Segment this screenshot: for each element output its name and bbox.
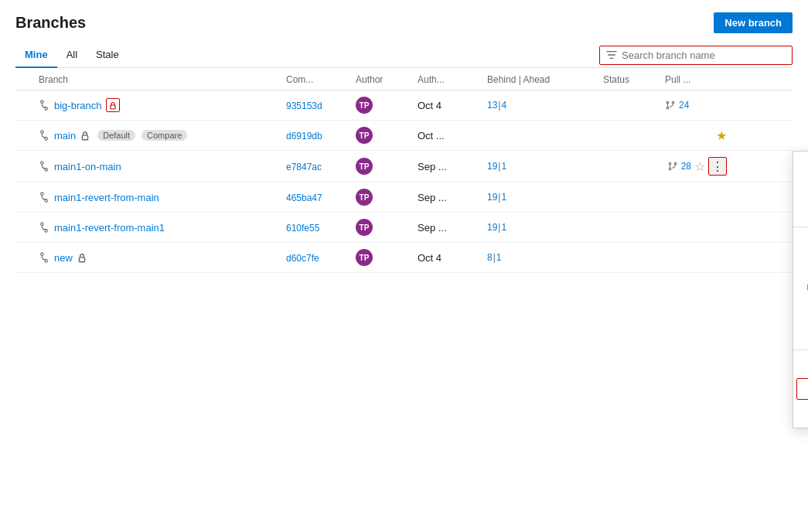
author-cell: TP <box>356 219 418 236</box>
col-branch: Branch <box>39 74 286 85</box>
branch-name-link[interactable]: main1-on-main <box>54 161 121 172</box>
compare-badge[interactable]: Compare <box>141 130 187 141</box>
branch-row-main1-revert-from-main1: main1-revert-from-main1 610fe55 TP Sep .… <box>15 213 793 243</box>
author-cell: TP <box>356 249 418 266</box>
ahead-link[interactable]: 1 <box>496 252 502 263</box>
svg-point-28 <box>41 223 44 226</box>
commit-link[interactable]: 465ba47 <box>286 193 322 203</box>
svg-point-5 <box>672 101 674 104</box>
lock-icon <box>80 131 90 141</box>
col-pull: Pull ... <box>665 74 727 85</box>
menu-item-set-default-branch[interactable]: Set as default branch <box>793 323 808 346</box>
branch-icon <box>39 161 49 172</box>
pull-request-icon <box>667 161 678 172</box>
commit-link[interactable]: d6919db <box>286 131 322 142</box>
table-header: Branch Com... Author Auth... Behind | Ah… <box>15 68 793 90</box>
menu-item-view-history[interactable]: View history <box>793 254 808 277</box>
tab-mine[interactable]: Mine <box>15 43 57 68</box>
svg-point-0 <box>41 101 44 104</box>
date-cell: Oct 4 <box>418 100 487 111</box>
search-input[interactable] <box>622 49 786 61</box>
menu-item-branch-security[interactable]: Branch security <box>793 401 808 425</box>
commit-link[interactable]: 610fe55 <box>286 223 319 234</box>
menu-item-lock[interactable]: Lock <box>793 353 808 377</box>
menu-item-new-branch[interactable]: + New branch <box>793 155 808 177</box>
menu-item-branch-policies[interactable]: Branch policies <box>796 378 808 400</box>
branch-icon <box>39 222 49 233</box>
menu-item-delete-branch[interactable]: Delete branch <box>793 200 808 223</box>
commit-cell: d60c7fe <box>286 252 356 264</box>
ahead-link[interactable]: 1 <box>501 161 506 172</box>
branch-row-main: main Default Compare d6919db TP Oct ... … <box>15 121 793 151</box>
menu-item-compare-branches[interactable]: Compare branches <box>793 277 808 300</box>
branch-name-cell: new <box>39 252 286 264</box>
ahead-link[interactable]: 1 <box>501 222 506 233</box>
default-badge: Default <box>97 130 135 141</box>
lock-icon <box>77 253 87 263</box>
table-row: new d60c7fe TP Oct 4 8 | 1 <box>15 243 793 273</box>
col-commit: Com... <box>286 74 356 85</box>
commit-link[interactable]: e7847ac <box>286 162 322 172</box>
behind-link[interactable]: 13 <box>487 100 497 111</box>
page-title: Branches <box>15 14 86 32</box>
svg-point-3 <box>667 101 669 104</box>
behind-ahead-cell: 19 | 1 <box>487 222 603 233</box>
date-cell: Sep ... <box>418 222 487 234</box>
behind-ahead-divider: | <box>498 192 500 203</box>
menu-item-set-compare-branch[interactable]: Set as compare branch <box>793 300 808 323</box>
svg-point-12 <box>669 168 671 170</box>
actions-cell: ★ <box>665 128 727 143</box>
branch-name-link[interactable]: big-branch <box>54 100 101 111</box>
new-branch-button[interactable]: New branch <box>714 12 793 33</box>
branch-name-link[interactable]: main1-revert-from-main1 <box>54 222 165 234</box>
tab-all[interactable]: All <box>57 43 87 68</box>
table-row: main1-revert-from-main1 610fe55 TP Sep .… <box>15 213 793 243</box>
branch-name-link[interactable]: new <box>54 252 73 264</box>
author-cell: TP <box>356 127 418 144</box>
branch-icon <box>39 192 49 203</box>
col-behind-ahead: Behind | Ahead <box>487 74 603 85</box>
branches-table: Branch Com... Author Auth... Behind | Ah… <box>15 68 793 273</box>
col-author: Author <box>356 74 418 85</box>
col-status: Status <box>603 74 665 85</box>
ahead-link[interactable]: 4 <box>501 100 506 111</box>
behind-link[interactable]: 8 <box>487 252 493 263</box>
commit-link[interactable]: 935153d <box>286 101 322 111</box>
table-row: main1-on-main e7847ac TP Sep ... 19 | 1 … <box>15 151 793 182</box>
favorite-star-empty-icon[interactable]: ☆ <box>694 159 705 174</box>
favorite-star-icon[interactable]: ★ <box>716 128 727 143</box>
branch-icon <box>39 252 49 263</box>
branch-row-new: new d60c7fe TP Oct 4 8 | 1 <box>15 243 793 273</box>
branch-name-cell: main1-on-main <box>39 161 286 172</box>
menu-item-new-pull-request[interactable]: New pull request <box>793 177 808 200</box>
pull-link[interactable]: 24 <box>679 100 689 111</box>
branch-name-link[interactable]: main <box>54 130 76 142</box>
behind-ahead-cell: 19 | 1 <box>487 161 603 172</box>
branch-name-link[interactable]: main1-revert-from-main <box>54 192 159 203</box>
avatar: TP <box>356 219 373 236</box>
behind-link[interactable]: 19 <box>487 161 497 172</box>
avatar: TP <box>356 158 373 175</box>
menu-separator-2 <box>793 350 808 350</box>
more-options-button[interactable]: ⋮ <box>708 157 727 176</box>
menu-separator-1 <box>793 227 808 227</box>
pull-request-icon <box>665 100 676 111</box>
search-box[interactable] <box>599 46 793 65</box>
behind-link[interactable]: 19 <box>487 192 497 203</box>
branch-row-main1-revert-from-main: main1-revert-from-main 465ba47 TP Sep ..… <box>15 182 793 213</box>
behind-ahead-cell: 13 | 4 <box>487 100 603 111</box>
pull-link[interactable]: 28 <box>681 161 691 172</box>
tabs-container: Mine All Stale <box>15 43 128 67</box>
behind-link[interactable]: 19 <box>487 222 497 233</box>
table-row: main Default Compare d6919db TP Oct ... … <box>15 121 793 151</box>
ahead-link[interactable]: 1 <box>501 192 506 203</box>
commit-cell: d6919db <box>286 130 356 142</box>
avatar: TP <box>356 249 373 266</box>
commit-link[interactable]: d60c7fe <box>286 253 319 264</box>
menu-item-view-files[interactable]: View files <box>793 230 808 254</box>
behind-ahead-cell: 19 | 1 <box>487 192 603 203</box>
svg-point-6 <box>41 131 44 134</box>
tab-stale[interactable]: Stale <box>87 43 128 68</box>
svg-rect-2 <box>111 105 115 109</box>
svg-rect-32 <box>79 257 84 261</box>
